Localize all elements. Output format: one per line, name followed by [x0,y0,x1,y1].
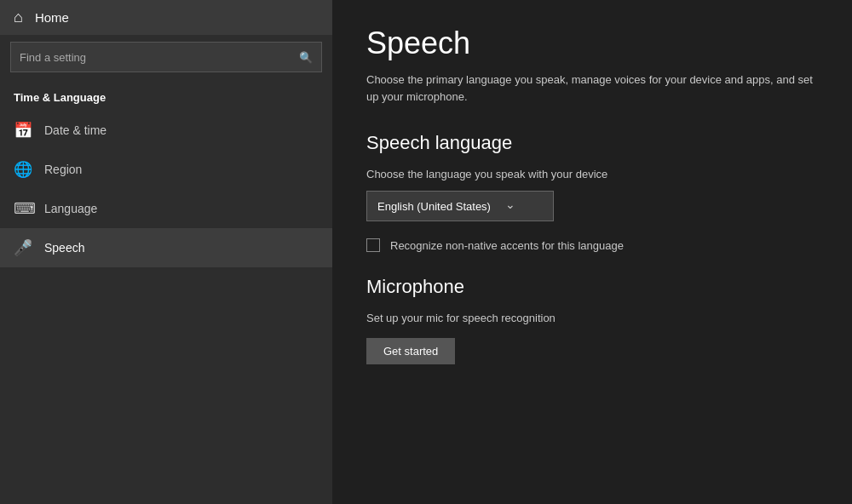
language-dropdown[interactable]: English (United States) English (United … [366,191,554,221]
speech-label: Speech [44,241,84,255]
search-box: 🔍 [10,42,322,72]
sidebar-item-speech[interactable]: 🎤 Speech [0,228,332,267]
speech-icon: 🎤 [14,238,32,257]
speech-language-heading: Speech language [366,132,818,154]
language-dropdown-container: English (United States) English (United … [366,191,818,221]
home-label: Home [35,10,69,25]
speech-language-sublabel: Choose the language you speak with your … [366,168,818,180]
region-label: Region [44,163,82,176]
sidebar: ⌂ Home 🔍 Time & Language 📅 Date & time 🌐… [0,0,332,504]
microphone-description: Set up your mic for speech recognition [366,312,818,324]
search-container: 🔍 [0,35,332,83]
language-icon: ⌨ [14,199,32,218]
search-icon: 🔍 [299,51,313,64]
microphone-heading: Microphone [366,276,818,298]
date-time-icon: 📅 [14,121,32,140]
sidebar-home-item[interactable]: ⌂ Home [0,0,332,35]
accent-checkbox-label: Recognize non-native accents for this la… [390,239,624,252]
sidebar-item-date-time[interactable]: 📅 Date & time [0,111,332,150]
language-select[interactable]: English (United States) English (United … [377,200,521,213]
get-started-button[interactable]: Get started [366,338,455,364]
language-label: Language [44,202,97,215]
accent-checkbox[interactable] [366,238,380,252]
page-title: Speech [366,26,818,61]
sidebar-item-region[interactable]: 🌐 Region [0,150,332,189]
home-icon: ⌂ [14,9,23,26]
sidebar-item-language[interactable]: ⌨ Language [0,189,332,228]
date-time-label: Date & time [44,123,106,137]
select-wrapper[interactable]: English (United States) English (United … [377,200,521,213]
page-description: Choose the primary language you speak, m… [366,72,818,105]
section-title: Time & Language [0,83,332,111]
search-input[interactable] [20,51,296,64]
region-icon: 🌐 [14,160,32,179]
accent-checkbox-row: Recognize non-native accents for this la… [366,238,818,252]
main-content: Speech Choose the primary language you s… [332,0,852,504]
